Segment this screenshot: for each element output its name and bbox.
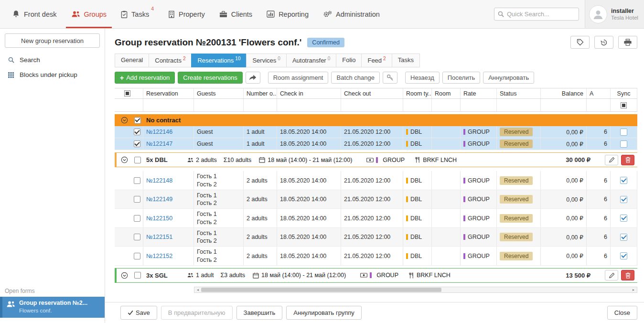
collapse-group-icon[interactable] bbox=[121, 156, 128, 163]
keys-button[interactable] bbox=[383, 72, 397, 84]
row-checkbox[interactable] bbox=[134, 253, 140, 259]
column-header-rate[interactable]: Rate bbox=[461, 88, 497, 98]
reservation-row[interactable]: №122151Гость 1Гость 22 adults18.05.2020 … bbox=[115, 228, 637, 247]
tab-general[interactable]: General bbox=[115, 54, 149, 67]
create-reservations-button[interactable]: Create reservations bbox=[178, 72, 242, 84]
annul-group-button[interactable]: Аннулировать группу bbox=[286, 306, 362, 320]
nav-item-clients[interactable]: Clients bbox=[212, 0, 259, 28]
annul-button[interactable]: Аннулировать bbox=[483, 72, 534, 84]
column-header-guests[interactable]: Guests bbox=[194, 88, 244, 98]
column-header-check-in[interactable]: Check in bbox=[277, 88, 341, 98]
edit-group-button[interactable] bbox=[605, 155, 618, 165]
column-header-balance[interactable]: Balance bbox=[541, 88, 587, 98]
reservation-link[interactable]: №122146 bbox=[146, 129, 172, 135]
quick-search-input[interactable] bbox=[507, 11, 575, 18]
delete-group-button[interactable] bbox=[621, 155, 634, 165]
reservation-row[interactable]: №122146Guest1 adult18.05.2020 14:0021.05… bbox=[115, 126, 637, 138]
history-button[interactable] bbox=[594, 36, 613, 49]
check-in-button[interactable]: Поселить bbox=[442, 72, 480, 84]
reservation-row[interactable]: №122152Гость 1Гость 22 adults18.05.2020 … bbox=[115, 247, 637, 266]
column-header-number-o[interactable]: Number o... bbox=[244, 88, 277, 98]
reservation-link[interactable]: №122148 bbox=[146, 177, 172, 184]
reservation-link[interactable]: №122147 bbox=[146, 140, 172, 147]
room-block-row[interactable]: 5x DBL2 adultsΣ10 adults18 май (14:00) -… bbox=[115, 152, 637, 167]
reservation-row[interactable]: №122149Гость 1Гость 22 adults18.05.2020 … bbox=[115, 190, 637, 209]
tab-feed[interactable]: Feed2 bbox=[361, 54, 391, 67]
move-reservations-button[interactable] bbox=[246, 72, 260, 84]
reservation-row[interactable]: №122148Гость 1Гость 22 adults18.05.2020 … bbox=[115, 171, 637, 190]
column-header-status[interactable]: Status bbox=[497, 88, 541, 98]
room-block-row[interactable]: 3x SGL1 adultΣ3 adults18 май (14:00) - 2… bbox=[115, 268, 637, 283]
tags-button[interactable] bbox=[570, 36, 590, 49]
user-panel[interactable]: installer Tesla Hotel bbox=[585, 0, 644, 28]
sync-checkbox[interactable] bbox=[620, 215, 627, 222]
sidebar-item-search[interactable]: Search bbox=[0, 53, 105, 67]
contract-group-row[interactable]: No contract bbox=[115, 114, 637, 126]
tab-folio[interactable]: Folio bbox=[336, 54, 361, 67]
tab-contracts[interactable]: Contracts2 bbox=[149, 54, 191, 67]
column-header-room[interactable]: Room bbox=[432, 88, 461, 98]
nav-item-groups[interactable]: Groups bbox=[64, 0, 114, 28]
group-checkbox[interactable] bbox=[134, 272, 141, 279]
row-checkbox[interactable] bbox=[134, 129, 140, 135]
add-reservation-button[interactable]: +Add reservation bbox=[115, 72, 175, 84]
reservation-row[interactable]: №122150Гость 1Гость 22 adults18.05.2020 … bbox=[115, 209, 637, 228]
reservation-row[interactable]: №122147Guest1 adult18.05.2020 14:0021.05… bbox=[115, 138, 637, 150]
save-button[interactable]: Save bbox=[120, 306, 157, 320]
reservation-link[interactable]: №122151 bbox=[146, 234, 172, 240]
nav-item-reporting[interactable]: Reporting bbox=[259, 0, 316, 28]
tab-autotransfer[interactable]: Autotransfer0 bbox=[286, 54, 336, 67]
tab-reservations[interactable]: Reservations10 bbox=[191, 54, 246, 67]
scroll-left-arrow[interactable]: ◂ bbox=[194, 287, 201, 292]
column-header-a[interactable]: A bbox=[587, 88, 611, 98]
group-checkbox[interactable] bbox=[134, 157, 141, 163]
batch-change-button[interactable]: Batch change bbox=[331, 72, 380, 84]
sync-checkbox[interactable] bbox=[620, 129, 627, 136]
scroll-right-arrow[interactable]: ▸ bbox=[630, 287, 637, 292]
collapse-group-icon[interactable] bbox=[121, 272, 128, 279]
reservation-link[interactable]: №122150 bbox=[146, 215, 172, 222]
sync-checkbox[interactable] bbox=[620, 140, 627, 148]
select-all-checkbox[interactable] bbox=[124, 90, 130, 97]
no-show-button[interactable]: Незаезд bbox=[405, 72, 440, 84]
row-checkbox[interactable] bbox=[134, 234, 140, 240]
group-checkbox[interactable] bbox=[134, 117, 141, 124]
print-button[interactable] bbox=[618, 36, 637, 49]
sidebar-item-blocks-under-pickup[interactable]: Blocks under pickup bbox=[0, 67, 105, 82]
sync-checkbox[interactable] bbox=[620, 252, 627, 259]
room-assignment-button[interactable]: Room assignment bbox=[268, 72, 329, 84]
tab-tasks[interactable]: Tasks bbox=[392, 54, 420, 67]
edit-group-button[interactable] bbox=[605, 270, 618, 280]
reservation-link[interactable]: №122149 bbox=[146, 196, 172, 203]
row-checkbox[interactable] bbox=[134, 177, 140, 184]
finish-button[interactable]: Завершить bbox=[236, 306, 283, 320]
nav-item-tasks[interactable]: Tasks4 bbox=[114, 0, 161, 28]
new-group-reservation-button[interactable]: New group reservation bbox=[5, 33, 100, 48]
delete-group-button[interactable] bbox=[621, 270, 634, 280]
column-header-reservation[interactable]: Reservation bbox=[143, 88, 194, 98]
h-scrollbar[interactable]: ◂▸ bbox=[194, 287, 637, 293]
person-icon bbox=[187, 157, 193, 163]
column-header-check-out[interactable]: Check out bbox=[341, 88, 403, 98]
to-preliminary-button[interactable]: В предварительную bbox=[161, 306, 233, 320]
scrollbar-track[interactable] bbox=[201, 287, 630, 292]
row-checkbox[interactable] bbox=[134, 215, 140, 222]
row-checkbox[interactable] bbox=[134, 140, 140, 147]
sync-checkbox[interactable] bbox=[620, 196, 627, 203]
scrollbar-thumb[interactable] bbox=[201, 288, 441, 292]
close-button[interactable]: Close bbox=[607, 306, 637, 320]
nav-item-front-desk[interactable]: Front desk bbox=[5, 0, 64, 28]
nav-item-administration[interactable]: Administration bbox=[316, 0, 387, 28]
collapse-group-icon[interactable] bbox=[121, 117, 128, 124]
sidebar-item-label: Blocks under pickup bbox=[20, 71, 77, 78]
column-header-sync[interactable]: Sync bbox=[611, 88, 637, 98]
open-form-group-reservation[interactable]: Group reservation №2... Flowers conf. bbox=[0, 297, 105, 318]
sync-select-all-checkbox[interactable] bbox=[621, 102, 627, 108]
sync-checkbox[interactable] bbox=[620, 177, 627, 184]
sync-checkbox[interactable] bbox=[620, 234, 627, 241]
row-checkbox[interactable] bbox=[134, 196, 140, 203]
tab-services[interactable]: Services0 bbox=[246, 54, 286, 67]
column-header-room-ty[interactable]: Room ty... bbox=[403, 88, 432, 98]
nav-item-property[interactable]: Property bbox=[161, 0, 212, 28]
reservation-link[interactable]: №122152 bbox=[146, 253, 172, 259]
